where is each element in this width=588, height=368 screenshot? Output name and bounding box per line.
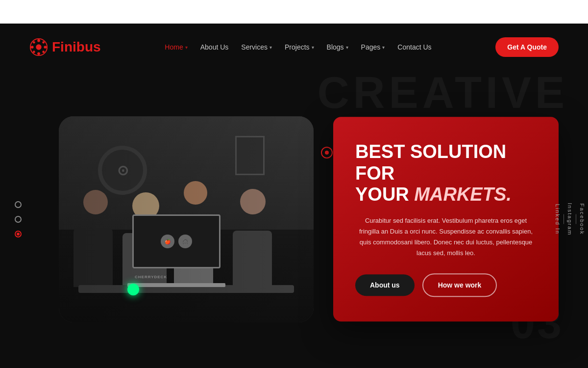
hero-description: Curabitur sed facilisis erat. Vestibulum… <box>355 215 537 259</box>
social-bar: Facebook Instagram Linked In <box>552 197 588 242</box>
sticker-2: 🎧 <box>178 235 192 248</box>
slide-dot-2[interactable] <box>15 216 22 223</box>
nav-link-home[interactable]: Home ▾ <box>160 40 192 54</box>
main-area: Finibus Home ▾ About Us Services ▾ <box>0 24 588 368</box>
hero-content-card: BEST SOLUTION FOR YOUR MARKETS. Curabitu… <box>333 117 559 321</box>
laptop-screen: 🍎 🎧 <box>132 214 220 268</box>
hero-title-highlight: MARKETS. <box>414 184 511 205</box>
chevron-down-icon: ▾ <box>382 45 385 50</box>
cherrydeck-label: CHERRYDECK <box>135 275 167 279</box>
sticker-1: 🍎 <box>161 235 174 248</box>
chevron-down-icon: ▾ <box>346 45 348 50</box>
about-us-button[interactable]: About us <box>355 275 415 296</box>
green-status-dot <box>127 284 139 295</box>
social-link-instagram[interactable]: Instagram <box>564 197 576 242</box>
navbar: Finibus Home ▾ About Us Services ▾ <box>0 24 588 71</box>
svg-point-2 <box>37 39 40 42</box>
nav-item-about[interactable]: About Us <box>196 40 234 54</box>
hero-buttons: About us How we work <box>355 274 537 297</box>
svg-point-3 <box>37 52 40 55</box>
get-quote-button[interactable]: Get A Quote <box>495 37 559 57</box>
nav-link-projects[interactable]: Projects ▾ <box>280 40 319 54</box>
nav-link-services[interactable]: Services ▾ <box>236 40 277 54</box>
svg-point-5 <box>44 46 47 49</box>
nav-item-contact[interactable]: Contact Us <box>392 40 436 54</box>
nav-link-about[interactable]: About Us <box>196 40 234 54</box>
logo-text: Finibus <box>52 39 101 55</box>
float-indicator-dot <box>321 147 333 158</box>
hero-title: BEST SOLUTION FOR YOUR MARKETS. <box>355 141 537 206</box>
social-divider-2 <box>564 214 564 224</box>
nav-item-pages[interactable]: Pages ▾ <box>356 40 390 54</box>
top-bar <box>0 0 588 24</box>
logo-icon <box>29 38 48 56</box>
chevron-down-icon: ▾ <box>312 45 314 50</box>
nav-item-services[interactable]: Services ▾ <box>236 40 277 54</box>
nav-item-home[interactable]: Home ▾ <box>160 40 192 54</box>
svg-point-6 <box>33 41 35 44</box>
nav-link-blogs[interactable]: Blogs ▾ <box>322 40 353 54</box>
slide-dot-1[interactable] <box>15 201 22 208</box>
bg-creative-text: CREATIVE <box>318 71 568 115</box>
nav-item-projects[interactable]: Projects ▾ <box>280 40 319 54</box>
nav-links: Home ▾ About Us Services ▾ Projects ▾ <box>160 40 436 54</box>
nav-item-blogs[interactable]: Blogs ▾ <box>322 40 353 54</box>
svg-point-4 <box>31 46 34 49</box>
social-divider-1 <box>576 214 576 224</box>
nav-link-pages[interactable]: Pages ▾ <box>356 40 390 54</box>
svg-point-8 <box>33 51 35 53</box>
nav-link-contact[interactable]: Contact Us <box>392 40 436 54</box>
hero-image: ⊙ 🍎 🎧 <box>59 116 314 322</box>
svg-point-1 <box>36 44 41 50</box>
slide-dot-3-active[interactable] <box>15 231 22 237</box>
chevron-down-icon: ▾ <box>185 45 188 50</box>
social-link-linkedin[interactable]: Linked In <box>552 198 564 241</box>
social-link-facebook[interactable]: Facebook <box>576 198 588 241</box>
hero-section: CREATIVE 03 Facebook Instagram Linked In <box>0 71 588 368</box>
how-we-work-button[interactable]: How we work <box>422 274 497 297</box>
laptop-base <box>127 283 225 287</box>
logo-letter-red: F <box>52 39 60 54</box>
svg-point-7 <box>42 41 45 44</box>
slide-dots <box>15 201 22 237</box>
svg-point-9 <box>42 51 45 53</box>
chevron-down-icon: ▾ <box>270 45 272 50</box>
logo[interactable]: Finibus <box>29 38 101 56</box>
